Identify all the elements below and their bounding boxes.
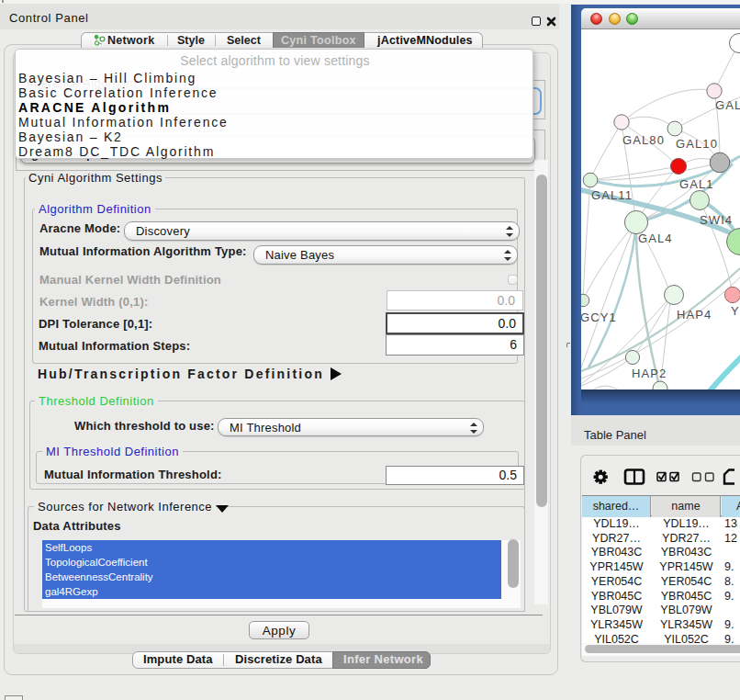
svg-text:GAL1: GAL1 [679, 177, 714, 191]
svg-text:GAL10: GAL10 [676, 137, 718, 151]
svg-text:YJL: YJL [731, 304, 740, 318]
svg-text:GAL80: GAL80 [622, 133, 665, 147]
svg-text:GAL4: GAL4 [638, 231, 673, 245]
svg-text:GAL7: GAL7 [715, 98, 740, 112]
svg-text:HAP2: HAP2 [632, 367, 667, 380]
svg-text:SWI4: SWI4 [700, 213, 733, 227]
svg-text:GAL11: GAL11 [591, 188, 633, 202]
svg-text:GCY1: GCY1 [581, 310, 617, 324]
svg-text:HAP4: HAP4 [677, 308, 712, 322]
